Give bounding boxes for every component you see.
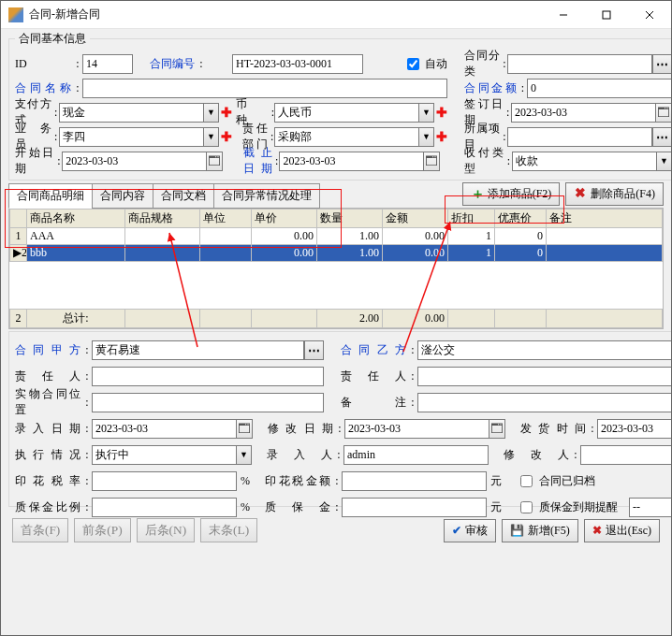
- deposit-remind-checkbox[interactable]: [520, 501, 533, 513]
- product-grid: 商品名称 商品规格 单位 单价 数量 金额 折扣 优惠价 备注 1 AAA 0.…: [8, 208, 664, 329]
- label-name: 合同名称: [15, 80, 73, 96]
- col-spec[interactable]: 商品规格: [125, 210, 200, 228]
- col-amount[interactable]: 金额: [383, 210, 448, 228]
- pay-method-dropdown[interactable]: ▼: [203, 103, 219, 123]
- category-field[interactable]: [507, 54, 652, 74]
- modify-date-field[interactable]: [344, 419, 489, 439]
- tab-product-detail[interactable]: 合同商品明细: [8, 183, 93, 209]
- label-deposit-ratio: 质保金比例: [15, 499, 82, 515]
- add-product-button[interactable]: ＋ 添加商品(F2): [462, 182, 561, 206]
- next-button[interactable]: 后条(N): [137, 518, 196, 542]
- plus-icon[interactable]: ✚: [221, 129, 232, 145]
- prev-button[interactable]: 前条(P): [74, 518, 130, 542]
- project-picker-button[interactable]: ⋯: [652, 127, 671, 147]
- currency-dropdown[interactable]: ▼: [418, 103, 434, 123]
- auto-checkbox[interactable]: [407, 58, 419, 70]
- dept-dropdown[interactable]: ▼: [418, 127, 434, 147]
- basic-info-title: 合同基本信息: [15, 31, 90, 47]
- tab-docs[interactable]: 合同文档: [153, 183, 214, 209]
- project-field[interactable]: [507, 127, 652, 147]
- tab-bar: 合同商品明细 合同内容 合同文档 合同异常情况处理 ＋ 添加商品(F2) ✖ 删…: [8, 182, 664, 208]
- plus-icon[interactable]: ✚: [436, 105, 447, 121]
- remark-field[interactable]: [417, 393, 671, 412]
- plus-icon[interactable]: ✚: [221, 105, 232, 121]
- titlebar: 合同-新增合同: [1, 1, 671, 29]
- id-field[interactable]: [82, 54, 133, 74]
- exec-status-dropdown[interactable]: ▼: [236, 445, 252, 465]
- table-row[interactable]: 1 AAA 0.001.00 0.001 0: [10, 228, 663, 245]
- salesman-dropdown[interactable]: ▼: [203, 127, 219, 147]
- save-icon: 💾: [510, 524, 524, 538]
- col-price[interactable]: 单价: [252, 210, 317, 228]
- stamp-rate-field[interactable]: [92, 471, 237, 491]
- ship-date-field[interactable]: [597, 419, 671, 439]
- calendar-icon[interactable]: 🗔: [236, 419, 253, 439]
- label-resp-b: 责 任 人: [341, 369, 408, 384]
- delete-product-button[interactable]: ✖ 删除商品(F4): [565, 182, 664, 206]
- bottom-toolbar: 首条(F) 前条(P) 后条(N) 末条(L) ✔ 审核 💾 新增(F5) ✖ …: [12, 518, 660, 542]
- resp-b-field[interactable]: [417, 367, 671, 386]
- category-picker-button[interactable]: ⋯: [652, 54, 671, 74]
- close-button[interactable]: [628, 1, 671, 29]
- label-entry-by: 录 入 人: [267, 447, 334, 463]
- contract-no-field[interactable]: [232, 54, 363, 74]
- first-button[interactable]: 首条(F): [12, 518, 68, 542]
- new-button[interactable]: 💾 新增(F5): [502, 519, 578, 542]
- party-b-field[interactable]: [417, 340, 671, 360]
- maximize-button[interactable]: [585, 1, 628, 29]
- delete-product-label: 删除商品(F4): [591, 186, 655, 202]
- label-deposit-remind: 质保金到期提醒: [539, 499, 618, 515]
- deposit-field[interactable]: [342, 498, 487, 517]
- tab-content[interactable]: 合同内容: [92, 183, 153, 209]
- label-ship-date: 发货时间: [520, 421, 588, 437]
- deposit-remind-date[interactable]: [629, 498, 671, 517]
- archived-checkbox[interactable]: [520, 475, 533, 487]
- sign-date-field[interactable]: [511, 103, 655, 123]
- col-name[interactable]: 商品名称: [27, 210, 125, 228]
- col-unit[interactable]: 单位: [200, 210, 252, 228]
- start-date-field[interactable]: [62, 152, 206, 171]
- label-contract-no: 合同编号: [150, 56, 197, 72]
- col-coupon[interactable]: 优惠价: [495, 210, 547, 228]
- svg-rect-1: [603, 11, 610, 19]
- deposit-ratio-field[interactable]: [92, 498, 237, 517]
- lower-info-panel: 合同甲方: ⋯ 合同乙方: ⋯ 责 任 人: 责 任 人:: [8, 331, 671, 507]
- calendar-icon[interactable]: 🗔: [423, 152, 440, 171]
- audit-button[interactable]: ✔ 审核: [444, 519, 496, 542]
- party-a-field[interactable]: [92, 340, 304, 360]
- tab-exceptions[interactable]: 合同异常情况处理: [213, 183, 320, 209]
- name-field[interactable]: [82, 79, 447, 98]
- entry-by-field[interactable]: [343, 445, 489, 465]
- modify-by-field[interactable]: [580, 445, 671, 465]
- minimize-button[interactable]: [542, 1, 585, 29]
- salesman-field[interactable]: [59, 127, 203, 147]
- exec-status-field[interactable]: [92, 445, 236, 465]
- label-party-a: 合同甲方: [15, 342, 82, 358]
- pay-method-field[interactable]: [59, 103, 203, 123]
- collect-type-dropdown[interactable]: ▼: [656, 152, 671, 171]
- currency-field[interactable]: [274, 103, 418, 123]
- calendar-icon[interactable]: 🗔: [206, 152, 223, 171]
- table-row[interactable]: ▶2 bbb 0.001.00 0.001 0: [10, 245, 663, 262]
- label-resp-a: 责 任 人: [15, 369, 82, 384]
- collect-type-field[interactable]: [512, 152, 656, 171]
- amount-field[interactable]: [527, 79, 671, 98]
- plus-icon: ＋: [471, 188, 484, 201]
- col-discount[interactable]: 折扣: [448, 210, 495, 228]
- label-id: ID: [15, 57, 73, 71]
- calendar-icon[interactable]: 🗔: [489, 419, 505, 439]
- resp-a-field[interactable]: [92, 367, 324, 386]
- plus-icon[interactable]: ✚: [436, 129, 447, 145]
- label-auto: 自动: [425, 56, 447, 72]
- end-date-field[interactable]: [279, 152, 423, 171]
- last-button[interactable]: 末条(L): [200, 518, 257, 542]
- stamp-amount-field[interactable]: [342, 471, 487, 491]
- col-remark[interactable]: 备注: [547, 210, 663, 228]
- exit-button[interactable]: ✖ 退出(Esc): [584, 519, 660, 542]
- calendar-icon[interactable]: 🗔: [655, 103, 671, 123]
- physical-loc-field[interactable]: [92, 393, 324, 412]
- dept-field[interactable]: [274, 127, 418, 147]
- entry-date-field[interactable]: [92, 419, 236, 439]
- col-qty[interactable]: 数量: [317, 210, 383, 228]
- party-a-picker[interactable]: ⋯: [304, 340, 324, 360]
